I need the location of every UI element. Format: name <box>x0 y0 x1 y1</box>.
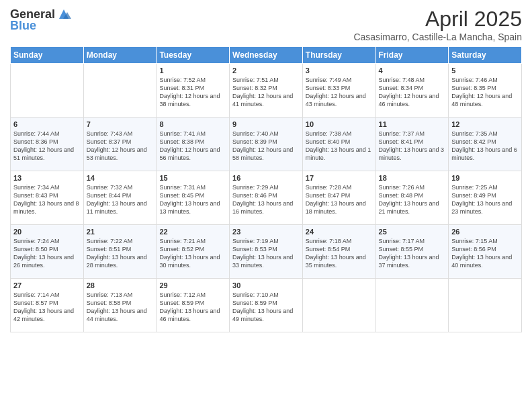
table-row <box>375 279 449 332</box>
day-info: Sunrise: 7:12 AM Sunset: 8:59 PM Dayligh… <box>159 291 226 324</box>
title-block: April 2025 Casasimarro, Castille-La Manc… <box>353 7 522 42</box>
table-row <box>83 64 157 118</box>
day-info: Sunrise: 7:44 AM Sunset: 8:36 PM Dayligh… <box>13 130 81 163</box>
table-row: 21Sunrise: 7:22 AM Sunset: 8:51 PM Dayli… <box>83 225 157 279</box>
week-row-3: 20Sunrise: 7:24 AM Sunset: 8:50 PM Dayli… <box>11 225 522 279</box>
day-info: Sunrise: 7:24 AM Sunset: 8:50 PM Dayligh… <box>13 237 81 270</box>
day-info: Sunrise: 7:41 AM Sunset: 8:38 PM Dayligh… <box>159 130 226 163</box>
table-row: 1Sunrise: 7:52 AM Sunset: 8:31 PM Daylig… <box>157 64 230 118</box>
day-info: Sunrise: 7:25 AM Sunset: 8:49 PM Dayligh… <box>451 183 519 216</box>
day-info: Sunrise: 7:22 AM Sunset: 8:51 PM Dayligh… <box>87 237 154 270</box>
logo: General Blue <box>10 7 71 33</box>
location-title: Casasimarro, Castille-La Mancha, Spain <box>353 32 522 42</box>
day-info: Sunrise: 7:37 AM Sunset: 8:41 PM Dayligh… <box>379 130 446 163</box>
table-row: 22Sunrise: 7:21 AM Sunset: 8:52 PM Dayli… <box>157 225 230 279</box>
day-number: 25 <box>379 228 446 236</box>
day-number: 19 <box>451 174 519 182</box>
day-number: 8 <box>159 120 226 128</box>
day-number: 17 <box>306 174 373 182</box>
col-sunday: Sunday <box>11 47 84 64</box>
day-info: Sunrise: 7:31 AM Sunset: 8:45 PM Dayligh… <box>159 183 226 216</box>
table-row: 15Sunrise: 7:31 AM Sunset: 8:45 PM Dayli… <box>157 171 230 225</box>
table-row: 7Sunrise: 7:43 AM Sunset: 8:37 PM Daylig… <box>83 118 157 171</box>
table-row <box>302 279 375 332</box>
day-info: Sunrise: 7:35 AM Sunset: 8:42 PM Dayligh… <box>451 130 519 163</box>
table-row: 28Sunrise: 7:13 AM Sunset: 8:58 PM Dayli… <box>83 279 157 332</box>
day-info: Sunrise: 7:19 AM Sunset: 8:53 PM Dayligh… <box>232 237 300 270</box>
day-number: 15 <box>159 174 226 182</box>
day-number: 11 <box>379 120 446 128</box>
col-tuesday: Tuesday <box>157 47 230 64</box>
table-row: 5Sunrise: 7:46 AM Sunset: 8:35 PM Daylig… <box>449 64 522 118</box>
table-row: 8Sunrise: 7:41 AM Sunset: 8:38 PM Daylig… <box>157 118 230 171</box>
day-info: Sunrise: 7:49 AM Sunset: 8:33 PM Dayligh… <box>306 76 373 109</box>
day-number: 16 <box>232 174 300 182</box>
day-info: Sunrise: 7:46 AM Sunset: 8:35 PM Dayligh… <box>451 76 519 109</box>
table-row: 27Sunrise: 7:14 AM Sunset: 8:57 PM Dayli… <box>11 279 84 332</box>
day-number: 5 <box>451 66 519 75</box>
day-number: 21 <box>87 228 154 236</box>
day-info: Sunrise: 7:10 AM Sunset: 8:59 PM Dayligh… <box>232 291 300 324</box>
day-info: Sunrise: 7:26 AM Sunset: 8:48 PM Dayligh… <box>379 183 446 216</box>
table-row: 23Sunrise: 7:19 AM Sunset: 8:53 PM Dayli… <box>230 225 303 279</box>
day-number: 22 <box>159 228 226 236</box>
table-row: 24Sunrise: 7:18 AM Sunset: 8:54 PM Dayli… <box>302 225 375 279</box>
logo-blue: Blue <box>10 19 36 33</box>
table-row: 11Sunrise: 7:37 AM Sunset: 8:41 PM Dayli… <box>375 118 449 171</box>
table-row: 10Sunrise: 7:38 AM Sunset: 8:40 PM Dayli… <box>302 118 375 171</box>
day-info: Sunrise: 7:43 AM Sunset: 8:37 PM Dayligh… <box>87 130 154 163</box>
page-container: General Blue April 2025 Casasimarro, Cas… <box>0 0 532 339</box>
day-number: 20 <box>13 228 81 236</box>
day-number: 29 <box>159 281 226 289</box>
table-row: 9Sunrise: 7:40 AM Sunset: 8:39 PM Daylig… <box>230 118 303 171</box>
day-info: Sunrise: 7:17 AM Sunset: 8:55 PM Dayligh… <box>379 237 446 270</box>
day-number: 18 <box>379 174 446 182</box>
week-row-1: 6Sunrise: 7:44 AM Sunset: 8:36 PM Daylig… <box>11 118 522 171</box>
day-info: Sunrise: 7:32 AM Sunset: 8:44 PM Dayligh… <box>87 183 154 216</box>
calendar-table: Sunday Monday Tuesday Wednesday Thursday… <box>10 46 522 332</box>
table-row: 4Sunrise: 7:48 AM Sunset: 8:34 PM Daylig… <box>375 64 449 118</box>
day-info: Sunrise: 7:29 AM Sunset: 8:46 PM Dayligh… <box>232 183 300 216</box>
day-number: 14 <box>87 174 154 182</box>
day-number: 2 <box>232 66 300 75</box>
table-row: 18Sunrise: 7:26 AM Sunset: 8:48 PM Dayli… <box>375 171 449 225</box>
day-info: Sunrise: 7:18 AM Sunset: 8:54 PM Dayligh… <box>306 237 373 270</box>
col-saturday: Saturday <box>449 47 522 64</box>
day-number: 6 <box>13 120 81 128</box>
day-info: Sunrise: 7:38 AM Sunset: 8:40 PM Dayligh… <box>306 130 373 163</box>
day-number: 9 <box>232 120 300 128</box>
table-row: 6Sunrise: 7:44 AM Sunset: 8:36 PM Daylig… <box>11 118 84 171</box>
table-row: 19Sunrise: 7:25 AM Sunset: 8:49 PM Dayli… <box>449 171 522 225</box>
day-number: 1 <box>159 66 226 75</box>
table-row: 20Sunrise: 7:24 AM Sunset: 8:50 PM Dayli… <box>11 225 84 279</box>
table-row: 2Sunrise: 7:51 AM Sunset: 8:32 PM Daylig… <box>230 64 303 118</box>
table-row: 30Sunrise: 7:10 AM Sunset: 8:59 PM Dayli… <box>230 279 303 332</box>
day-number: 12 <box>451 120 519 128</box>
table-row: 14Sunrise: 7:32 AM Sunset: 8:44 PM Dayli… <box>83 171 157 225</box>
table-row: 17Sunrise: 7:28 AM Sunset: 8:47 PM Dayli… <box>302 171 375 225</box>
table-row: 29Sunrise: 7:12 AM Sunset: 8:59 PM Dayli… <box>157 279 230 332</box>
logo-icon <box>56 7 71 21</box>
col-thursday: Thursday <box>302 47 375 64</box>
day-number: 28 <box>87 281 154 289</box>
day-info: Sunrise: 7:14 AM Sunset: 8:57 PM Dayligh… <box>13 291 81 324</box>
day-info: Sunrise: 7:28 AM Sunset: 8:47 PM Dayligh… <box>306 183 373 216</box>
day-number: 3 <box>306 66 373 75</box>
col-friday: Friday <box>375 47 449 64</box>
day-number: 30 <box>232 281 300 289</box>
day-info: Sunrise: 7:21 AM Sunset: 8:52 PM Dayligh… <box>159 237 226 270</box>
day-info: Sunrise: 7:48 AM Sunset: 8:34 PM Dayligh… <box>379 76 446 109</box>
col-monday: Monday <box>83 47 157 64</box>
table-row <box>449 279 522 332</box>
day-number: 4 <box>379 66 446 75</box>
day-info: Sunrise: 7:15 AM Sunset: 8:56 PM Dayligh… <box>451 237 519 270</box>
table-row: 3Sunrise: 7:49 AM Sunset: 8:33 PM Daylig… <box>302 64 375 118</box>
week-row-4: 27Sunrise: 7:14 AM Sunset: 8:57 PM Dayli… <box>11 279 522 332</box>
day-number: 13 <box>13 174 81 182</box>
table-row: 12Sunrise: 7:35 AM Sunset: 8:42 PM Dayli… <box>449 118 522 171</box>
day-number: 26 <box>451 228 519 236</box>
header-row: Sunday Monday Tuesday Wednesday Thursday… <box>11 47 522 64</box>
day-number: 27 <box>13 281 81 289</box>
table-row: 13Sunrise: 7:34 AM Sunset: 8:43 PM Dayli… <box>11 171 84 225</box>
week-row-2: 13Sunrise: 7:34 AM Sunset: 8:43 PM Dayli… <box>11 171 522 225</box>
